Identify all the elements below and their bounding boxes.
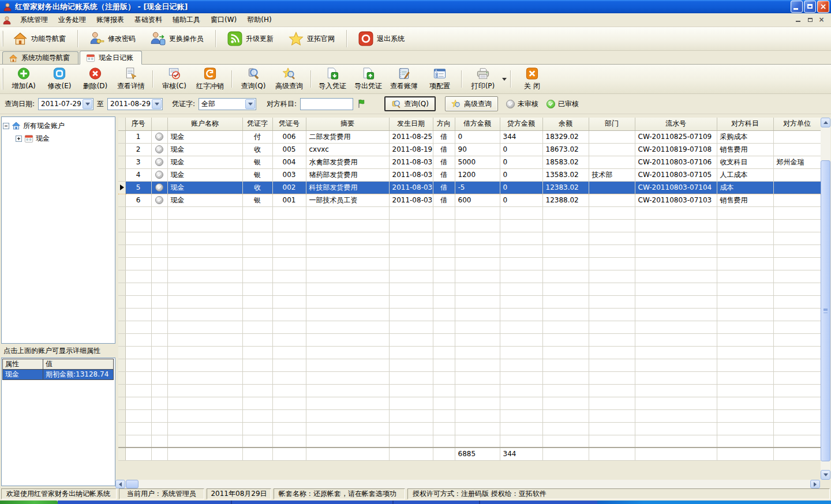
date-to-combo[interactable]: 2011-08-29 (107, 98, 163, 110)
red-reverse-button[interactable]: 红字冲销 (192, 66, 228, 92)
advanced-search-button[interactable]: 高级查询 (445, 96, 498, 111)
arrow-up-icon (823, 121, 828, 124)
property-grid: 属性 值 现金 期初金额:13128.74 (2, 359, 114, 380)
counterpart-subject-label: 对方科目: (267, 99, 297, 109)
website-button[interactable]: 亚拓官网 (282, 29, 342, 48)
vertical-scrollbar[interactable] (821, 118, 830, 480)
vertical-scroll-thumb[interactable] (821, 160, 830, 461)
close-x-icon (525, 67, 539, 80)
tree-node-cash[interactable]: 现金 (3, 132, 114, 145)
audited-legend: 已审核 (546, 99, 579, 109)
date-to-dropdown-button[interactable] (152, 99, 162, 109)
voucher-word-dropdown-button[interactable] (245, 99, 255, 109)
toolbar-grip (2, 31, 3, 47)
delete-button[interactable]: 删除(D) (77, 66, 113, 92)
scroll-right-button[interactable] (810, 480, 820, 488)
counterpart-subject-input[interactable] (300, 98, 353, 110)
switch-user-icon (151, 31, 166, 46)
nav-window-button[interactable]: 功能导航窗 (6, 29, 73, 48)
voucher-word-combo[interactable]: 全部 (199, 98, 256, 110)
table-row[interactable]: 2 现金收 005cxvxc 2011-08-19借 900 18673.02 … (118, 143, 821, 156)
menu-item-basedata[interactable]: 基础资料 (129, 13, 167, 27)
mdi-restore-button[interactable] (805, 16, 815, 24)
menu-item-tools[interactable]: 辅助工具 (167, 13, 205, 27)
upgrade-button[interactable]: 升级更新 (220, 29, 280, 48)
scroll-down-button[interactable] (821, 470, 830, 480)
exit-icon (358, 31, 373, 46)
horizontal-scroll-thumb[interactable] (126, 480, 138, 488)
column-header-balance[interactable]: 余额 (542, 118, 589, 130)
edit-button[interactable]: 修改(E) (42, 66, 77, 92)
column-header-account[interactable]: 账户名称 (167, 118, 242, 130)
column-header-unit[interactable]: 对方单位 (773, 118, 821, 130)
column-header-debit[interactable]: 借方金额 (455, 118, 500, 130)
current-row-marker (118, 181, 125, 194)
column-header-credit[interactable]: 贷方金额 (500, 118, 542, 130)
status-current-user: 当前用户：系统管理员 (119, 488, 204, 499)
exit-system-button[interactable]: 退出系统 (351, 29, 411, 48)
star-search-icon (451, 99, 461, 109)
tab-cash-journal[interactable]: 现金日记账 (80, 51, 142, 65)
mdi-close-button[interactable]: × (817, 16, 826, 24)
scroll-up-button[interactable] (821, 118, 830, 127)
table-row[interactable]: 4 现金银 003猪药部发货费用 2011-08-03借 12000 13583… (118, 168, 821, 181)
mdi-minimize-button[interactable] (793, 16, 803, 24)
menu-item-reports[interactable]: 账簿报表 (91, 13, 129, 27)
print-button[interactable]: 打印(P) (465, 66, 501, 92)
menu-item-help[interactable]: 帮助(H) (242, 13, 276, 27)
tab-system-navigator[interactable]: 系统功能导航窗 (2, 51, 78, 64)
column-header-department[interactable]: 部门 (589, 118, 635, 130)
column-header-summary[interactable]: 摘要 (306, 118, 389, 130)
change-password-button[interactable]: 修改密码 (83, 29, 143, 48)
item-config-button[interactable]: 项配置 (422, 66, 458, 92)
table-row-selected[interactable]: 5 现金收 002科技部发货费用 2011-08-03借 -50 12383.0… (118, 181, 821, 194)
status-account-set: 帐套名称：还原帐套，请在帐套选项功 (274, 488, 405, 499)
switch-operator-button[interactable]: 更换操作员 (144, 29, 211, 48)
horizontal-scrollbar[interactable] (115, 480, 830, 488)
column-header-serial[interactable]: 流水号 (635, 118, 717, 130)
close-button[interactable]: × (817, 1, 829, 13)
menu-item-system[interactable]: 系统管理 (15, 13, 53, 27)
column-header-date[interactable]: 发生日期 (389, 118, 433, 130)
date-from-dropdown-button[interactable] (83, 99, 92, 109)
restore-button[interactable] (804, 1, 816, 13)
table-row[interactable]: 3 现金银 004水禽部发货费用 2011-08-03借 50000 18583… (118, 156, 821, 168)
query-button[interactable]: 查询(Q) (235, 66, 271, 92)
flag-icon[interactable] (357, 99, 367, 109)
table-row[interactable]: 1 现金付 006二部发货费用 2011-08-25借 0344 18329.0… (118, 130, 821, 143)
minimize-button[interactable] (791, 1, 803, 13)
column-header-voucher-no[interactable]: 凭证号 (272, 118, 306, 130)
password-key-icon (89, 31, 104, 46)
menu-item-business[interactable]: 业务处理 (53, 13, 91, 27)
print-dropdown-arrow[interactable] (502, 78, 507, 81)
search-button[interactable]: 查询(Q) (384, 96, 436, 111)
add-icon (17, 67, 31, 80)
audit-button[interactable]: 审核(C) (156, 66, 192, 92)
date-to-value: 2011-08-29 (108, 100, 151, 108)
audited-icon (546, 100, 555, 108)
column-header-seq[interactable]: 序号 (125, 118, 151, 130)
view-detail-button[interactable]: 查看详情 (113, 66, 149, 92)
table-row[interactable]: 6 现金银 001一部技术员工资 2011-08-03借 6000 12388.… (118, 194, 821, 206)
advanced-query-button[interactable]: 高级查询 (271, 66, 307, 92)
column-header-direction[interactable]: 方向 (433, 118, 455, 130)
tree-node-all-accounts[interactable]: 所有现金账户 (3, 119, 114, 132)
mdi-minimize-icon (796, 21, 800, 22)
collapse-icon[interactable] (3, 123, 9, 129)
export-voucher-button[interactable]: 导出凭证 (350, 66, 386, 92)
add-button[interactable]: 增加(A) (6, 66, 42, 92)
column-header-subject[interactable]: 对方科目 (717, 118, 773, 130)
vertical-scroll-track[interactable] (821, 127, 830, 470)
scroll-left-button[interactable] (115, 480, 125, 488)
import-voucher-button[interactable]: 导入凭证 (315, 66, 350, 92)
expand-icon[interactable] (16, 136, 22, 142)
view-ledger-button[interactable]: 查看账簿 (386, 66, 422, 92)
property-row[interactable]: 现金 期初金额:13128.74 (3, 370, 114, 380)
empty-row (118, 435, 821, 447)
column-header-voucher-word[interactable]: 凭证字 (242, 118, 272, 130)
close-tab-button[interactable]: 关 闭 (514, 66, 550, 92)
start-button-fragment[interactable] (0, 501, 58, 504)
menu-item-window[interactable]: 窗口(W) (205, 13, 242, 27)
date-from-combo[interactable]: 2011-07-29 (38, 98, 93, 110)
column-header-audit[interactable] (151, 118, 167, 130)
